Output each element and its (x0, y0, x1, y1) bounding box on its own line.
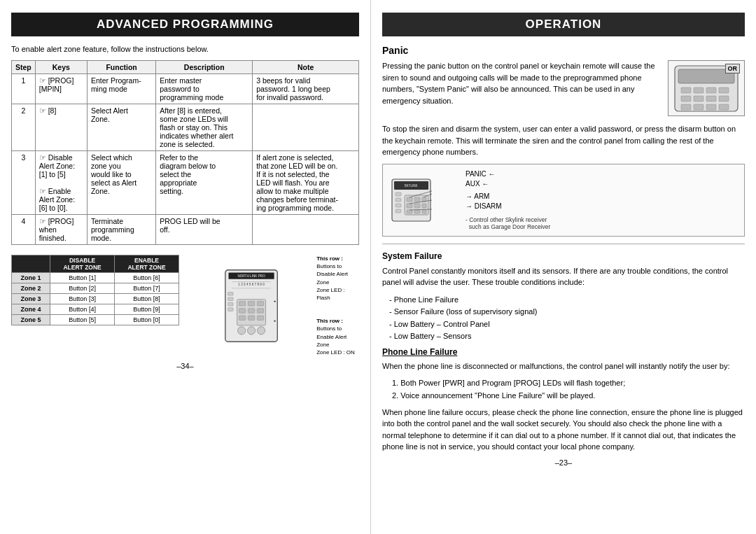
enable-5: Button [0] (115, 315, 179, 325)
svg-rect-18 (248, 315, 254, 320)
intro-text: To enable alert zone feature, follow the… (11, 45, 359, 53)
svg-rect-30 (719, 87, 729, 93)
arm-label: → ARM (465, 192, 550, 200)
zone-row-1: Zone 1 Button [1] Button [6] (12, 273, 179, 283)
svg-text:SKYLINK: SKYLINK (404, 184, 417, 188)
or-label: OR (725, 64, 741, 73)
panic-labels: PANIC ← AUX ← → ARM → DISARM - Control o… (465, 170, 550, 230)
phone-line-title: Phone Line Failure (382, 347, 745, 357)
svg-rect-53 (407, 210, 412, 213)
control-note: - Control other Skylink receiver such as… (465, 216, 550, 230)
step-4: 4 (12, 215, 36, 245)
svg-rect-34 (719, 96, 729, 101)
zone-label-1: Zone 1 (12, 273, 50, 283)
phone-line-numbered: 1. Both Power [PWR] and Program [PROG] L… (392, 377, 745, 402)
keys-1: ☞ [PROG][MPIN] (35, 74, 87, 104)
svg-rect-36 (694, 104, 704, 110)
enable-4: Button [9] (115, 304, 179, 315)
disable-3: Button [3] (50, 294, 115, 304)
svg-text:◄: ◄ (273, 319, 276, 323)
desc-1: Enter masterpassword toprogramming mode (156, 74, 253, 104)
table-row: 4 ☞ [PROG]whenfinished. Terminateprogram… (12, 215, 359, 245)
failure-bullets: - Phone Line Failure - Sensor Failure (l… (389, 294, 745, 343)
panic-text2: To stop the siren and disarm the system,… (382, 123, 745, 158)
enable-label: This row : Buttons to Enable Alert Zone … (316, 317, 359, 356)
desc-4: PROG LED will beoff. (156, 215, 253, 245)
panic-label: PANIC ← (465, 170, 550, 178)
note-4 (253, 215, 359, 245)
svg-rect-6 (228, 292, 233, 295)
bullet-3: - Low Battery – Control Panel (389, 318, 745, 331)
table-row: 1 ☞ [PROG][MPIN] Enter Program-ming mode… (12, 74, 359, 104)
svg-rect-54 (414, 210, 420, 213)
phone-line-section: Phone Line Failure When the phone line i… (382, 347, 745, 453)
bullet-1: - Phone Line Failure (389, 294, 745, 307)
left-page-num: –34– (11, 362, 359, 370)
device-diagram-area: NORTH LINK PRO 1 2 3 4 5 6 7 8 9 0 (186, 255, 359, 356)
svg-text:◄: ◄ (273, 300, 276, 303)
zone-table: DISABLEALERT ZONE ENABLEALERT ZONE Zone … (11, 255, 179, 325)
enable-1: Button [6] (115, 273, 179, 283)
keys-4: ☞ [PROG]whenfinished. (35, 215, 87, 245)
svg-rect-50 (407, 204, 412, 208)
divider (382, 244, 745, 244)
col-step: Step (12, 61, 36, 74)
enable-3: Button [8] (115, 294, 179, 304)
function-4: Terminateprogrammingmode. (87, 215, 155, 245)
device-svg: NORTH LINK PRO 1 2 3 4 5 6 7 8 9 0 (186, 260, 316, 351)
svg-rect-48 (414, 197, 420, 202)
svg-text:NORTH LINK PRO: NORTH LINK PRO (237, 274, 265, 278)
enable-2: Button [7] (115, 283, 179, 294)
svg-rect-16 (257, 308, 263, 313)
svg-rect-11 (239, 301, 245, 306)
enable-col: ENABLEALERT ZONE (115, 255, 179, 273)
disable-col: DISABLEALERT ZONE (50, 255, 115, 273)
zone-label-4: Zone 4 (12, 304, 50, 315)
zone-label-5: Zone 5 (12, 315, 50, 325)
svg-rect-35 (681, 104, 691, 110)
desc-2: After [8] is entered,some zone LEDs will… (156, 104, 253, 151)
aux-label: AUX ← (465, 180, 550, 188)
keys-3: ☞ DisableAlert Zone:[1] to [5]☞ EnableAl… (35, 151, 87, 215)
svg-point-22 (257, 326, 265, 334)
bullet-4: - Low Battery – Sensors (389, 330, 745, 343)
svg-rect-52 (422, 204, 426, 208)
col-description: Description (156, 61, 253, 74)
phone-line-text1: When the phone line is disconnected or m… (382, 360, 745, 372)
svg-rect-55 (422, 210, 426, 213)
svg-rect-33 (706, 96, 716, 101)
svg-rect-38 (719, 104, 729, 110)
note-1: 3 beeps for validpassword. 1 long beepfo… (253, 74, 359, 104)
svg-point-21 (247, 326, 255, 334)
step-1: 1 (12, 74, 36, 104)
zone-row-2: Zone 2 Button [2] Button [7] (12, 283, 179, 294)
disable-label: This row : Buttons to Disable Alert Zone… (316, 255, 359, 302)
svg-rect-27 (681, 87, 691, 93)
svg-rect-51 (414, 204, 420, 208)
diagram-area: DISABLEALERT ZONE ENABLEALERT ZONE Zone … (11, 255, 359, 356)
function-1: Enter Program-ming mode (87, 74, 155, 104)
svg-rect-8 (228, 302, 233, 306)
note-2 (253, 104, 359, 151)
diagram-right-labels: This row : Buttons to Disable Alert Zone… (316, 255, 359, 356)
step-2: 2 (12, 104, 36, 151)
svg-rect-13 (257, 301, 263, 306)
table-row: 3 ☞ DisableAlert Zone:[1] to [5]☞ Enable… (12, 151, 359, 215)
left-panel: ADVANCED PROGRAMMING To enable alert zon… (0, 0, 371, 534)
keys-2: ☞ [8] (35, 104, 87, 151)
note-3: If alert zone is selected,that zone LED … (253, 151, 359, 215)
panic-device-svg: SKYLINK (388, 176, 458, 225)
desc-3: Refer to thediagram below toselect theap… (156, 151, 253, 215)
function-2: Select AlertZone. (87, 104, 155, 151)
zone-label-2: Zone 2 (12, 283, 50, 294)
svg-rect-37 (706, 104, 716, 110)
zone-label-3: Zone 3 (12, 294, 50, 304)
right-page-num: –23– (382, 458, 745, 467)
svg-rect-29 (706, 87, 716, 93)
panic-row: Pressing the panic button on the control… (382, 60, 745, 116)
step-3: 3 (12, 151, 36, 215)
disarm-label: → DISARM (465, 202, 550, 210)
system-failure-title: System Failure (382, 251, 745, 261)
svg-point-20 (238, 326, 246, 334)
col-note: Note (253, 61, 359, 74)
